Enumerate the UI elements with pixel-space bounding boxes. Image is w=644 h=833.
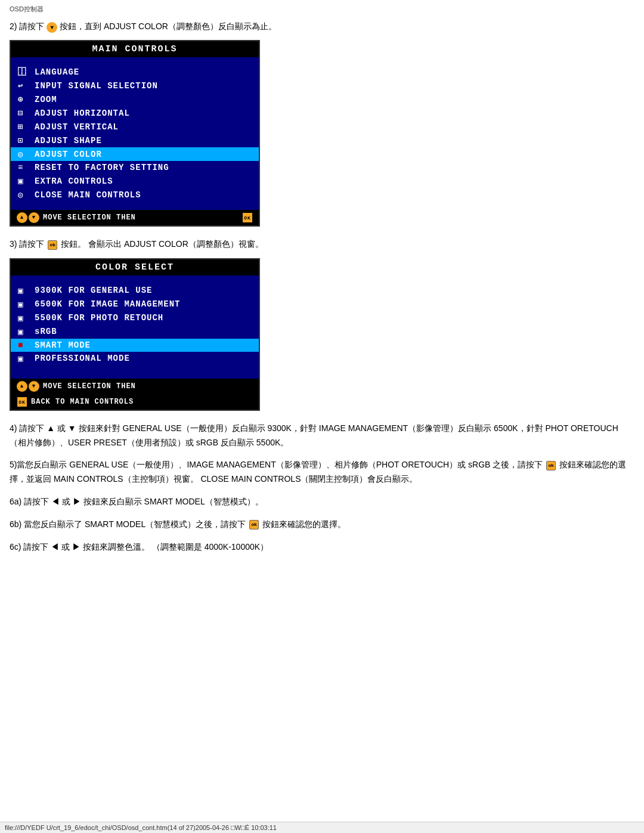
menu-item-label: ADJUST COLOR xyxy=(35,150,102,159)
color-select-box: COLOR SELECT ▣9300K FOR GENERAL USE▣6500… xyxy=(10,258,260,411)
menu-item-label: ADJUST SHAPE xyxy=(35,136,102,145)
step3-text: 3) 請按下 ok 按鈕。 會顯示出 ADJUST COLOR（調整顏色）視窗。 xyxy=(10,237,634,250)
ok-icon: OK xyxy=(242,212,253,223)
main-controls-header: MAIN CONTROLS xyxy=(11,41,259,57)
color-select-footer1: ▲ ▼ MOVE SELECTION THEN xyxy=(11,379,259,394)
ok-button-icon3: ok xyxy=(249,520,259,529)
menu-item-icon: ◎ xyxy=(18,149,35,159)
color-item-label: PROFESSIONAL MODE xyxy=(35,354,130,363)
menu-item-label: LANGUAGE xyxy=(35,67,79,77)
menu-item-icon: ≡ xyxy=(18,163,35,172)
step2-text: 2) 請按下 ▼ 按鈕，直到 ADJUST COLOR（調整顏色）反白顯示為止。 xyxy=(10,20,634,33)
menu-item-icon: ◎ xyxy=(18,190,35,200)
color-select-item: ▣5500K FOR PHOTO RETOUCH xyxy=(11,311,259,325)
main-controls-item: ⊟ADJUST HORIZONTAL xyxy=(11,106,259,120)
main-controls-item: ▣EXTRA CONTROLS xyxy=(11,174,259,188)
color-select-items: ▣9300K FOR GENERAL USE▣6500K FOR IMAGE M… xyxy=(11,275,259,379)
menu-item-label: CLOSE MAIN CONTROLS xyxy=(35,190,141,200)
color-select-item: ▣PROFESSIONAL MODE xyxy=(11,352,259,366)
menu-item-icon: ⊡ xyxy=(18,135,35,145)
down-arrow-icon: ▼ xyxy=(47,22,57,33)
down-icon: ▼ xyxy=(29,212,39,223)
status-bar: file:///D/YEDF U/crt_19_6/edoc/t_chi/OSD… xyxy=(0,822,644,833)
color-select-header: COLOR SELECT xyxy=(11,259,259,275)
step5-text: 5)當您反白顯示 GENERAL USE（一般使用）、IMAGE MANAGEM… xyxy=(10,458,634,487)
main-controls-item: ↩INPUT SIGNAL SELECTION xyxy=(11,79,259,92)
menu-item-icon: ↩ xyxy=(18,80,35,91)
ok-button-icon: ok xyxy=(48,240,57,250)
ok-icon2: OK xyxy=(17,397,27,407)
color-item-icon: ▣ xyxy=(18,327,35,337)
up-icon: ▲ xyxy=(17,212,27,223)
color-item-icon: ▣ xyxy=(18,354,35,364)
step6a-text: 6a) 請按下 ◀ 或 ▶ 按鈕來反白顯示 SMART MODEL（智慧模式）。 xyxy=(10,495,634,509)
color-select-item: ▣6500K FOR IMAGE MANAGEMENT xyxy=(11,298,259,311)
menu-item-label: RESET TO FACTORY SETTING xyxy=(35,163,169,172)
color-item-label: SMART MODE xyxy=(35,340,91,350)
down-icon2: ▼ xyxy=(29,381,39,392)
menu-item-label: ADJUST VERTICAL xyxy=(35,122,119,132)
main-controls-item: ≡RESET TO FACTORY SETTING xyxy=(11,161,259,174)
menu-item-label: INPUT SIGNAL SELECTION xyxy=(35,81,158,91)
menu-item-icon: ⊟ xyxy=(18,108,35,118)
color-item-label: 6500K FOR IMAGE MANAGEMENT xyxy=(35,299,180,309)
menu-item-icon: ⊕ xyxy=(18,94,35,104)
page-title: OSD控制器 xyxy=(10,5,634,14)
step6c-text: 6c) 請按下 ◀ 或 ▶ 按鈕來調整色溫。 （調整範圍是 4000K-1000… xyxy=(10,540,634,555)
menu-item-icon: ⿰ xyxy=(18,67,35,77)
main-controls-box: MAIN CONTROLS ⿰LANGUAGE↩INPUT SIGNAL SEL… xyxy=(10,40,260,227)
step6b-text: 6b) 當您反白顯示了 SMART MODEL（智慧模式）之後，請按下 ok 按… xyxy=(10,518,634,532)
color-select-item: ▣sRGB xyxy=(11,325,259,339)
color-item-icon: ■ xyxy=(18,340,35,350)
main-controls-item: ⊞ADJUST VERTICAL xyxy=(11,120,259,134)
color-select-footer2: OK BACK TO MAIN CONTROLS xyxy=(11,394,259,410)
color-item-label: sRGB xyxy=(35,327,57,336)
menu-item-label: ADJUST HORIZONTAL xyxy=(35,109,130,118)
main-controls-item: ◎CLOSE MAIN CONTROLS xyxy=(11,188,259,202)
color-item-icon: ▣ xyxy=(18,286,35,296)
color-item-icon: ▣ xyxy=(18,299,35,309)
step4-text: 4) 請按下 ▲ 或 ▼ 按鈕來針對 GENERAL USE（一般使用）反白顯示… xyxy=(10,422,634,450)
main-controls-item: ⿰LANGUAGE xyxy=(11,66,259,79)
ok-button-icon2: ok xyxy=(546,461,556,470)
color-item-label: 9300K FOR GENERAL USE xyxy=(35,286,152,295)
menu-item-label: EXTRA CONTROLS xyxy=(35,176,113,186)
main-controls-item: ◎ADJUST COLOR xyxy=(11,147,259,161)
color-select-item: ▣9300K FOR GENERAL USE xyxy=(11,284,259,298)
menu-item-icon: ▣ xyxy=(18,176,35,186)
color-item-icon: ▣ xyxy=(18,313,35,323)
main-controls-footer: ▲ ▼ MOVE SELECTION THEN OK xyxy=(11,210,259,225)
main-controls-items: ⿰LANGUAGE↩INPUT SIGNAL SELECTION⊕ZOOM⊟AD… xyxy=(11,57,259,210)
color-item-label: 5500K FOR PHOTO RETOUCH xyxy=(35,313,163,323)
main-controls-item: ⊕ZOOM xyxy=(11,92,259,106)
main-controls-item: ⊡ADJUST SHAPE xyxy=(11,134,259,147)
menu-item-label: ZOOM xyxy=(35,95,57,104)
menu-item-icon: ⊞ xyxy=(18,122,35,132)
color-select-item: ■SMART MODE xyxy=(11,339,259,352)
up-icon2: ▲ xyxy=(17,381,27,392)
